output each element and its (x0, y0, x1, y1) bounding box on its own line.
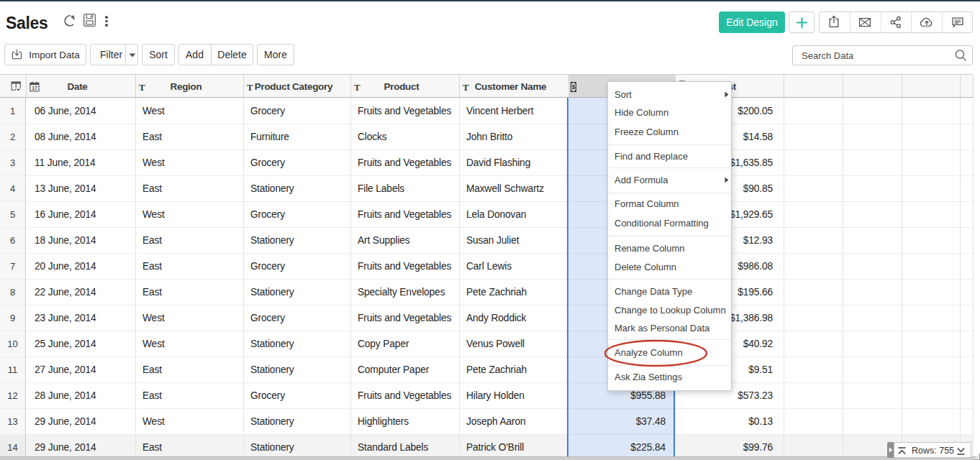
svg-text:$: $ (571, 83, 575, 91)
